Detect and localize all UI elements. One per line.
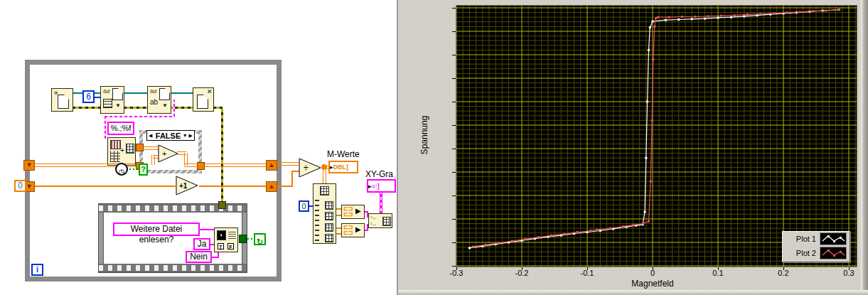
- dialog-prompt-constant[interactable]: Weitere Datei enlesen?: [113, 222, 200, 236]
- count-wire-up: [291, 171, 293, 187]
- string-wire-h: [105, 116, 175, 117]
- b-wire3: [336, 227, 341, 229]
- case-selector-label: FALSE: [154, 132, 182, 140]
- case-wire4: [184, 163, 198, 167]
- parser-array-icon: [126, 144, 134, 154]
- y-tick-mark: [452, 219, 456, 220]
- loop-condition-terminal[interactable]: ↻: [254, 233, 266, 245]
- increment-function[interactable]: +1: [176, 176, 199, 195]
- idx-out1-icon: [325, 201, 333, 210]
- init-constant[interactable]: 0: [14, 180, 26, 192]
- index-stubs: [315, 200, 319, 241]
- bundle-bracket-icon: ⊏⊐: [343, 211, 353, 218]
- x-axis-label: Magnetfeld: [617, 279, 688, 289]
- case-tunnel-in-top: [136, 144, 144, 151]
- x-tick-mark: [783, 267, 784, 270]
- dialog-lines-icon: [228, 232, 236, 239]
- xygraph-terminal[interactable]: ▸ ≡:]: [367, 179, 396, 193]
- spreadsheet-string-to-array-node[interactable]: +: [107, 137, 136, 166]
- y-tick-mark: [452, 266, 456, 267]
- case-selector-bar[interactable]: ◀ FALSE ▼ ▶: [146, 130, 195, 141]
- open-file-node[interactable]: ✳: [51, 88, 73, 112]
- init-constant-value: 0: [18, 181, 23, 191]
- case-dropdown-icon[interactable]: ▼: [183, 133, 188, 138]
- divide-glyph: ÷: [304, 163, 309, 173]
- panel-right-edge: [861, 0, 868, 295]
- format-string-constant[interactable]: %.;%f: [107, 122, 134, 135]
- read-spreadsheet-node[interactable]: 6d ▼: [100, 86, 124, 114]
- bundle-node-2[interactable]: ⊏⊐ ⊏⊐ ▶: [341, 223, 365, 237]
- x-tick-mark: [587, 267, 588, 270]
- build-array-node[interactable]: ▫‥ ▫‥: [368, 213, 392, 228]
- case-selector-terminal: ?: [139, 163, 148, 176]
- array-in-icon: [320, 186, 329, 195]
- lines-constant-value: 6: [86, 92, 91, 102]
- sequence-bool-tunnel: [239, 235, 247, 243]
- x-tick-mark: [653, 267, 653, 270]
- sequence-bottom-border: [99, 264, 247, 272]
- y-tick-mark: [452, 31, 456, 32]
- mwerte-label[interactable]: M-Werte: [327, 149, 360, 159]
- y-tick-mark: [452, 102, 456, 102]
- legend-thumb-plot1[interactable]: [820, 232, 847, 245]
- y-tick-mark: [452, 55, 456, 55]
- index-constant[interactable]: 0: [299, 200, 309, 212]
- lines-constant[interactable]: 6: [82, 90, 95, 103]
- condition-wire: [247, 238, 254, 240]
- panel-bottom-edge: [398, 290, 868, 295]
- parser-plus-icon: +: [120, 146, 124, 154]
- read-ab-icon: ab: [150, 98, 158, 106]
- index-array-node[interactable]: [313, 183, 336, 244]
- error-wire-down: [221, 109, 223, 202]
- selector-bool-wire: [129, 168, 139, 170]
- idx-out4-icon: [325, 234, 333, 242]
- plot-legend[interactable]: Plot 1 Plot 2: [782, 231, 850, 262]
- count-wire: [95, 97, 100, 98]
- build-array-row-icon: ▫‥: [370, 214, 376, 220]
- y-tick-mark: [452, 242, 456, 243]
- shift-icon: ▼: [26, 183, 33, 190]
- case-wire1: [144, 146, 159, 150]
- dialog-yes-constant[interactable]: Ja: [193, 238, 210, 250]
- question-glyph: ?: [141, 165, 146, 173]
- iteration-terminal[interactable]: i: [31, 264, 43, 276]
- read-characters-node[interactable]: 6d ab ▼: [147, 86, 171, 114]
- case-prev-icon[interactable]: ◀: [147, 133, 154, 139]
- idx-out2-icon: [325, 212, 333, 220]
- legend-thumb-plot2[interactable]: [820, 247, 847, 259]
- labview-window: ✳ 6 6d ▼ 6d ab ▼ ✕ %.;%f + ▼ ▼ ▲ ▲ 0: [0, 0, 868, 295]
- two-button-dialog-node[interactable]: ◗ T F: [214, 227, 238, 252]
- shift-icon: ▲: [269, 183, 275, 190]
- dialog-window-icon: ◗: [217, 230, 226, 240]
- sequence-error-tunnel: [218, 201, 226, 209]
- legend-row-plot2[interactable]: Plot 2: [783, 246, 850, 260]
- bundle-node-1[interactable]: ⊏⊐ ⊏⊐ ▶: [341, 205, 365, 219]
- legend-row-plot1[interactable]: Plot 1: [783, 232, 850, 246]
- case-next-icon[interactable]: ▶: [188, 133, 194, 139]
- array-wire-out: [277, 162, 299, 166]
- idx-out3-icon: [325, 223, 333, 232]
- dialog-no-text: Nein: [190, 252, 208, 262]
- xygraph-label[interactable]: XY-Gra: [365, 169, 393, 179]
- wait-clock-node[interactable]: ◷: [115, 163, 128, 176]
- dialog-wire1: [200, 229, 214, 230]
- y-tick-mark: [452, 78, 456, 79]
- divide-function[interactable]: ÷: [299, 158, 322, 178]
- y-tick-mark: [452, 8, 456, 9]
- read-arrow-icon: ▼: [115, 102, 121, 109]
- dialog-yes-text: Ja: [198, 239, 207, 249]
- add-function[interactable]: +: [158, 144, 179, 163]
- xy-graph-plot-area[interactable]: [456, 6, 857, 267]
- build-array-out-icon: [382, 217, 391, 226]
- sequence-left-border: [99, 213, 104, 264]
- xygraph-type: ≡:]: [372, 183, 380, 190]
- mwerte-terminal[interactable]: ▸ DBL]: [328, 161, 358, 173]
- close-file-node[interactable]: ✕: [193, 87, 214, 112]
- dialog-no-constant[interactable]: Nein: [186, 251, 212, 263]
- shift-register-right-top[interactable]: ▲: [266, 160, 277, 171]
- spreadsheet-icon: [103, 99, 112, 108]
- y-tick-mark: [452, 172, 456, 173]
- shift-register-right-bottom[interactable]: ▲: [266, 181, 277, 192]
- parser-dotgrid-icon: [110, 140, 121, 149]
- shift-register-left-top[interactable]: ▼: [23, 160, 35, 171]
